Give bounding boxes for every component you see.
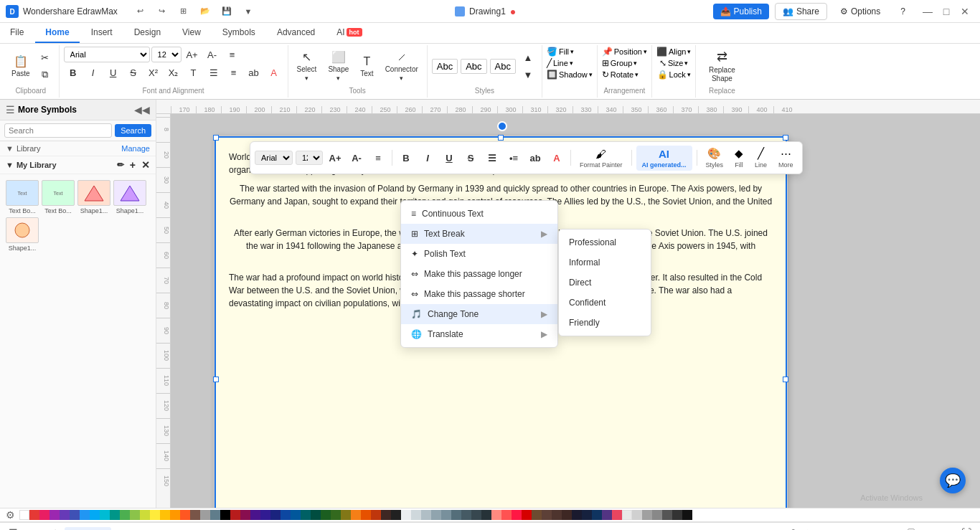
fullscreen-btn[interactable]: ⛶	[961, 527, 971, 531]
publish-button[interactable]: 📤 Publish	[713, 4, 769, 19]
shadow-label[interactable]: Shadow	[559, 70, 588, 79]
chat-bubble-btn[interactable]: 💬	[940, 468, 966, 493]
copy-btn[interactable]: ⧉	[36, 67, 55, 82]
list-item[interactable]: Shape1...	[6, 217, 39, 252]
group-label[interactable]: Group	[611, 59, 633, 67]
fit-window-btn[interactable]: ⊡	[948, 527, 957, 531]
ft-font-color[interactable]: A	[547, 148, 566, 167]
shadow-dropdown[interactable]: ▾	[589, 71, 593, 78]
fill-dropdown[interactable]: ▾	[570, 48, 574, 55]
color-swatch[interactable]	[421, 510, 431, 520]
lock-label[interactable]: Lock	[669, 70, 686, 79]
color-swatch[interactable]	[632, 510, 642, 520]
color-swatch[interactable]	[230, 510, 240, 520]
color-swatch[interactable]	[491, 510, 501, 520]
color-swatch[interactable]	[652, 510, 662, 520]
position-label[interactable]: Position	[614, 47, 642, 56]
tab-design[interactable]: Design	[124, 23, 171, 43]
style-abc-3[interactable]: Abc	[490, 59, 516, 74]
zoom-out-btn[interactable]: −	[867, 527, 872, 531]
subscript-btn[interactable]: X₂	[164, 65, 183, 80]
color-swatch[interactable]	[50, 510, 60, 520]
italic-btn[interactable]: I	[84, 65, 103, 80]
color-swatch[interactable]	[80, 510, 90, 520]
color-swatch[interactable]	[240, 510, 250, 520]
color-swatch[interactable]	[471, 510, 481, 520]
color-swatch[interactable]	[622, 510, 632, 520]
shape-btn[interactable]: ⬜ Shape ▾	[324, 48, 353, 84]
submenu-direct[interactable]: Direct	[559, 273, 651, 293]
line-label[interactable]: Line	[553, 59, 568, 67]
color-swatch[interactable]	[130, 510, 140, 520]
ft-align[interactable]: ≡	[369, 148, 387, 167]
color-swatch[interactable]	[602, 510, 612, 520]
font-family-select[interactable]: Arial	[64, 47, 150, 62]
ft-styles-btn[interactable]: 🎨 Styles	[702, 145, 728, 171]
color-swatch[interactable]	[672, 510, 682, 520]
color-swatch[interactable]	[90, 510, 100, 520]
color-swatch[interactable]	[512, 510, 522, 520]
color-swatch[interactable]	[250, 510, 260, 520]
color-swatch[interactable]	[110, 510, 120, 520]
save-btn[interactable]: 💾	[217, 1, 237, 22]
strikethrough-btn[interactable]: S	[124, 65, 143, 80]
color-swatch[interactable]	[411, 510, 421, 520]
submenu-confident[interactable]: Confident	[559, 293, 651, 313]
library-edit-icon[interactable]: ✏	[117, 160, 124, 170]
connector-btn[interactable]: ⟋ Connector ▾	[381, 49, 423, 84]
color-swatch[interactable]	[391, 510, 401, 520]
manage-link[interactable]: Manage	[121, 144, 150, 153]
list-btn[interactable]: ☰	[204, 65, 223, 80]
tab-home[interactable]: Home	[35, 23, 79, 43]
color-swatch[interactable]	[501, 510, 512, 520]
menu-item-translate[interactable]: 🌐 Translate ▶	[401, 324, 557, 344]
color-swatch[interactable]	[361, 510, 371, 520]
clear-format-btn[interactable]: ab	[245, 65, 263, 80]
replace-shape-btn[interactable]: ⇄ Replace Shape	[700, 47, 743, 85]
rotate-handle[interactable]	[497, 121, 507, 131]
color-swatch[interactable]	[582, 510, 592, 520]
color-swatch[interactable]	[552, 510, 562, 520]
color-swatch[interactable]	[70, 510, 80, 520]
indent-btn[interactable]: ≡	[225, 65, 243, 80]
color-swatch[interactable]	[662, 510, 672, 520]
ft-font-decrease[interactable]: A-	[347, 148, 366, 167]
menu-item-continuous-text[interactable]: ≡ Continuous Text	[401, 204, 557, 224]
color-swatch[interactable]	[532, 510, 542, 520]
fill-label[interactable]: Fill	[559, 47, 569, 56]
tab-insert[interactable]: Insert	[81, 23, 123, 43]
ft-italic[interactable]: I	[418, 148, 437, 167]
ft-line-btn[interactable]: ╱ Line	[750, 145, 771, 171]
color-swatch[interactable]	[270, 510, 281, 520]
zoom-in-btn[interactable]: +	[938, 527, 944, 531]
color-swatch[interactable]	[441, 510, 451, 520]
color-swatch[interactable]	[39, 510, 50, 520]
sidebar-collapse-btn[interactable]: ◀◀	[134, 104, 150, 115]
color-swatch[interactable]	[180, 510, 190, 520]
select-btn[interactable]: ↖ Select ▾	[293, 48, 321, 84]
search-button[interactable]: Search	[115, 124, 151, 137]
color-swatch[interactable]	[150, 510, 160, 520]
color-swatch[interactable]	[341, 510, 351, 520]
library-add-icon[interactable]: +	[130, 159, 136, 171]
color-swatch[interactable]	[562, 510, 572, 520]
font-color-btn[interactable]: A	[265, 65, 283, 80]
font-size-select[interactable]: 12	[151, 47, 182, 62]
submenu-professional[interactable]: Professional	[559, 232, 651, 252]
tab-file[interactable]: File	[0, 23, 34, 43]
undo-btn[interactable]: ↩	[131, 1, 151, 22]
text-btn[interactable]: T Text	[356, 53, 377, 80]
handle-mr[interactable]	[783, 377, 788, 382]
color-swatch[interactable]	[311, 510, 321, 520]
search-input[interactable]	[4, 123, 112, 138]
color-swatch[interactable]	[542, 510, 552, 520]
redo-btn[interactable]: ↪	[152, 1, 172, 22]
list-item[interactable]: Text Text Bo...	[42, 180, 75, 214]
minimize-button[interactable]: —	[918, 4, 937, 19]
ft-clear[interactable]: ab	[526, 148, 545, 167]
color-swatch[interactable]	[451, 510, 461, 520]
align-label[interactable]: Align	[669, 47, 686, 56]
color-swatch[interactable]	[301, 510, 311, 520]
paste-btn[interactable]: 📋 Paste	[7, 52, 34, 80]
styles-up-btn[interactable]: ▲	[519, 49, 537, 65]
